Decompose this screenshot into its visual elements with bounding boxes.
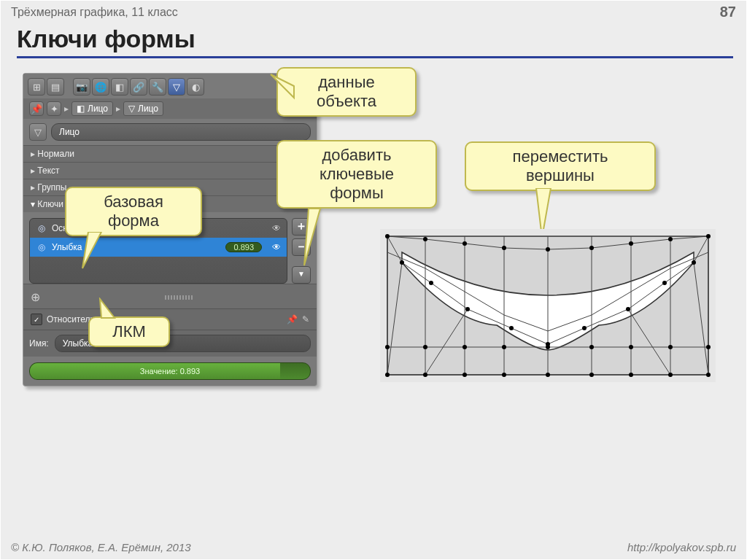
svg-marker-0 [271, 74, 294, 98]
section-normals[interactable]: Нормали [23, 145, 317, 162]
svg-point-40 [662, 281, 667, 285]
callout-move-verts: переместить вершины [465, 141, 656, 191]
material-icon[interactable]: ◐ [187, 78, 204, 96]
scene-icon[interactable]: 📷 [73, 78, 90, 96]
svg-point-25 [423, 237, 427, 241]
breadcrumb-object[interactable]: ▽ Лицо [123, 101, 163, 116]
svg-point-28 [546, 247, 550, 252]
svg-marker-3 [100, 299, 115, 318]
svg-point-29 [589, 246, 594, 250]
mesh-name-field[interactable] [51, 123, 311, 141]
svg-point-55 [546, 373, 550, 377]
pin-small-icon[interactable]: 📌 [287, 314, 298, 324]
svg-point-41 [692, 260, 696, 265]
callout-add-shape: добавить ключевые формы [276, 140, 437, 209]
svg-point-49 [668, 345, 673, 349]
svg-point-45 [502, 345, 506, 349]
shape-key-menu-button[interactable]: ▼ [292, 266, 311, 284]
callout-lmb-tail [98, 298, 128, 319]
svg-point-39 [626, 307, 630, 311]
section-texture[interactable]: Текст [23, 162, 317, 179]
svg-point-27 [502, 246, 506, 250]
visibility-icon[interactable]: 👁 [272, 242, 281, 252]
svg-point-30 [629, 241, 633, 246]
svg-point-53 [462, 373, 467, 377]
callout-object-data-tail [269, 73, 298, 102]
footer-copyright: © К.Ю. Поляков, Е.А. Ерёмин, 2013 [11, 541, 191, 553]
object-data-icon[interactable]: ▽ [168, 78, 185, 96]
visibility-icon[interactable]: 👁 [272, 223, 281, 233]
mesh-data-icon[interactable]: ▽ [29, 123, 47, 141]
slider-label: Значение: 0.893 [140, 367, 200, 376]
cube-icon: ◧ [77, 104, 85, 114]
svg-point-43 [423, 345, 427, 349]
mesh-icon: ▽ [128, 104, 135, 114]
resize-grip[interactable] [165, 295, 194, 300]
constraints-icon[interactable]: 🔗 [130, 78, 147, 96]
shape-key-smile-label: Улыбка [52, 242, 82, 252]
relative-checkbox[interactable]: ✓ [31, 314, 42, 325]
svg-point-42 [385, 345, 390, 349]
shape-key-smile-value: 0.893 [225, 242, 262, 252]
svg-point-51 [385, 373, 390, 377]
callout-lmb: ЛКМ [88, 316, 170, 347]
svg-point-44 [462, 345, 467, 349]
shape-key-value-slider[interactable]: Значение: 0.893 [29, 362, 311, 380]
add-driver-icon[interactable]: ⊕ [31, 290, 40, 304]
render-icon[interactable]: ⊞ [28, 78, 45, 96]
svg-point-58 [668, 373, 673, 377]
page-title: Ключи формы [17, 25, 733, 53]
callout-base-shape: базовая форма [65, 187, 202, 236]
modifiers-icon[interactable]: 🔧 [149, 78, 166, 96]
svg-point-34 [429, 281, 433, 285]
breadcrumb-scene-label: Лицо [88, 104, 108, 114]
mesh-viewport [380, 229, 716, 411]
svg-marker-1 [304, 209, 320, 265]
svg-point-52 [423, 373, 427, 377]
breadcrumb-object-label: Лицо [138, 104, 158, 114]
svg-point-33 [400, 260, 404, 265]
svg-point-57 [629, 373, 633, 377]
svg-point-54 [502, 373, 506, 377]
pin-icon[interactable]: 📌 [29, 101, 44, 116]
svg-point-26 [462, 241, 467, 246]
object-icon[interactable]: ◧ [111, 78, 128, 96]
svg-point-35 [465, 307, 470, 311]
page-number: 87 [720, 4, 736, 20]
svg-point-48 [629, 345, 633, 349]
footer-url: http://kpolyakov.spb.ru [627, 541, 736, 553]
svg-point-46 [546, 345, 550, 349]
svg-point-24 [385, 234, 390, 238]
name-label: Имя: [29, 338, 49, 349]
svg-point-36 [509, 326, 514, 330]
svg-point-32 [706, 234, 711, 238]
course-name: Трёхмерная графика, 11 класс [11, 6, 178, 19]
svg-marker-2 [82, 232, 101, 268]
svg-point-47 [589, 345, 594, 349]
layers-icon[interactable]: ▤ [47, 78, 64, 96]
svg-point-50 [706, 345, 711, 349]
shapekey-icon: ◎ [36, 241, 47, 253]
svg-point-38 [582, 326, 587, 330]
scene-glyph-icon: ✦ [47, 101, 61, 116]
svg-point-59 [706, 373, 711, 377]
edit-mode-icon[interactable]: ✎ [302, 314, 309, 324]
callout-add-shape-tail [300, 209, 329, 267]
svg-point-31 [668, 237, 673, 241]
breadcrumb-scene[interactable]: ◧ Лицо [71, 101, 113, 116]
svg-point-56 [589, 373, 594, 377]
title-rule [17, 56, 733, 58]
world-icon[interactable]: 🌐 [92, 78, 109, 96]
shape-key-smile[interactable]: ◎ Улыбка 0.893 👁 [30, 238, 287, 257]
callout-base-shape-tail [80, 232, 109, 270]
shapekey-icon: ◎ [36, 222, 47, 234]
